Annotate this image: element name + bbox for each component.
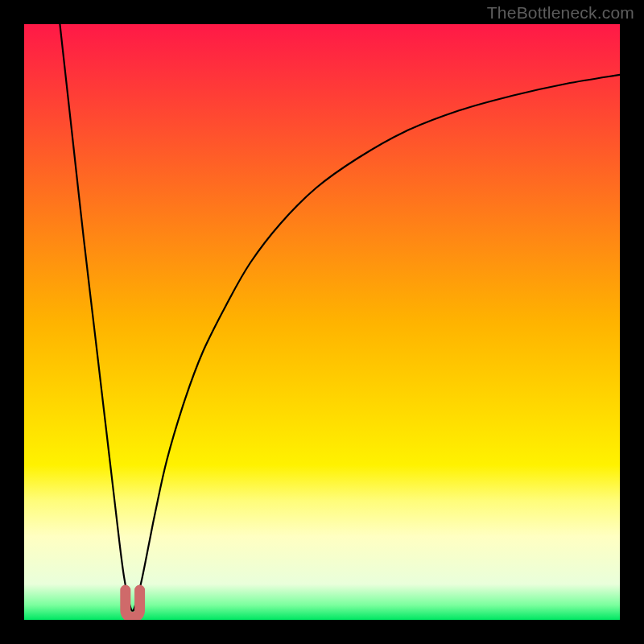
chart-svg	[24, 24, 620, 620]
plot-area	[24, 24, 620, 620]
gradient-background	[24, 24, 620, 620]
chart-frame: TheBottleneck.com	[0, 0, 644, 644]
watermark-text: TheBottleneck.com	[487, 3, 634, 23]
